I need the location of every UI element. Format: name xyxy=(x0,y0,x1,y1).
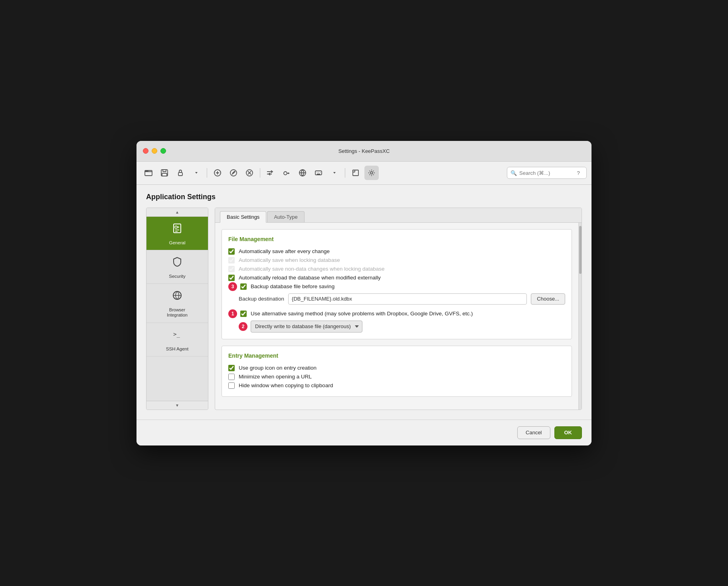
badge-1: 1 xyxy=(228,309,237,318)
screenshot-button[interactable] xyxy=(348,166,363,180)
page-title: Application Settings xyxy=(146,193,582,201)
option-auto-save-non-data: Automatically save non-data changes when… xyxy=(228,265,565,273)
option-backup: Backup database file before saving xyxy=(240,282,334,291)
svg-point-9 xyxy=(284,172,287,175)
ssh-icon: >_ xyxy=(171,329,183,343)
separator-3 xyxy=(345,168,345,178)
option-alt-save-row: 1 Use alternative saving method (may sol… xyxy=(228,309,565,318)
option-auto-reload: Automatically reload the database when m… xyxy=(228,273,565,282)
new-entry-button[interactable] xyxy=(210,166,225,180)
settings-content: File Management Automatically save after… xyxy=(215,223,578,410)
svg-rect-4 xyxy=(162,173,167,176)
sidebar-scroll-up[interactable]: ▲ xyxy=(146,208,208,217)
label-minimize-url: Minimize when opening a URL xyxy=(239,374,312,380)
label-auto-reload: Automatically reload the database when m… xyxy=(239,275,381,281)
lock-db-button[interactable] xyxy=(173,166,188,180)
separator-2 xyxy=(260,168,260,178)
sidebar-scroll-down[interactable]: ▼ xyxy=(146,401,208,410)
checkbox-minimize-url[interactable] xyxy=(228,374,235,380)
delete-entry-button[interactable] xyxy=(242,166,257,180)
window-title: Settings - KeePassXC xyxy=(338,148,390,154)
browser-icon xyxy=(171,289,183,304)
svg-rect-12 xyxy=(353,170,358,176)
save-method-dropdown[interactable]: Directly write to database file (dangero… xyxy=(251,321,362,333)
label-backup: Backup database file before saving xyxy=(251,283,334,289)
checkbox-group-icon[interactable] xyxy=(228,365,235,371)
svg-rect-13 xyxy=(353,170,355,172)
sidebar-item-general[interactable]: General xyxy=(146,217,208,250)
label-group-icon: Use group icon on entry creation xyxy=(239,365,317,371)
scrollbar-track xyxy=(578,223,582,410)
maximize-button[interactable] xyxy=(160,148,166,154)
svg-point-14 xyxy=(370,172,373,174)
file-management-title: File Management xyxy=(228,236,565,242)
sidebar-label-security: Security xyxy=(169,274,186,279)
transfer-entry-button[interactable] xyxy=(263,166,278,180)
help-button[interactable]: ? xyxy=(574,168,583,178)
minimize-button[interactable] xyxy=(152,148,157,154)
svg-rect-5 xyxy=(178,172,182,176)
entry-management-section: Entry Management Use group icon on entry… xyxy=(222,346,572,397)
security-icon xyxy=(171,256,183,271)
separator-1 xyxy=(207,168,207,178)
option-minimize-url: Minimize when opening a URL xyxy=(228,372,565,381)
checkbox-auto-reload[interactable] xyxy=(228,275,235,281)
keyboard-button[interactable] xyxy=(311,166,326,180)
cancel-button[interactable]: Cancel xyxy=(517,426,550,439)
checkbox-auto-save-non-data[interactable] xyxy=(228,266,235,272)
lock-db-dropdown[interactable] xyxy=(189,166,204,180)
option-hide-clipboard: Hide window when copying to clipboard xyxy=(228,381,565,390)
entry-management-title: Entry Management xyxy=(228,352,565,359)
copy-password-button[interactable] xyxy=(279,166,294,180)
traffic-lights xyxy=(143,148,166,154)
option-backup-row: 3 Backup database file before saving xyxy=(228,282,565,291)
tab-auto-type[interactable]: Auto-Type xyxy=(267,211,304,222)
main-content: Application Settings ▲ General xyxy=(136,185,592,420)
keyboard-dropdown[interactable] xyxy=(327,166,342,180)
save-method-row: 2 Directly write to database file (dange… xyxy=(239,321,565,333)
label-auto-save-lock: Automatically save when locking database xyxy=(239,257,340,263)
checkbox-auto-save-change[interactable] xyxy=(228,248,235,255)
label-auto-save-change: Automatically save after every change xyxy=(239,248,330,254)
svg-point-16 xyxy=(175,226,177,228)
general-icon xyxy=(171,222,183,237)
tabs: Basic Settings Auto-Type xyxy=(215,208,582,223)
sidebar-label-general: General xyxy=(169,240,186,245)
label-hide-clipboard: Hide window when copying to clipboard xyxy=(239,382,333,388)
titlebar: Settings - KeePassXC xyxy=(136,141,592,162)
checkbox-backup[interactable] xyxy=(240,283,247,290)
app-window: Settings - KeePassXC xyxy=(136,141,592,445)
sidebar-item-security[interactable]: Security xyxy=(146,250,208,284)
badge-3: 3 xyxy=(228,282,237,291)
search-box: 🔍 ? xyxy=(507,167,587,179)
option-auto-save-change: Automatically save after every change xyxy=(228,247,565,256)
sidebar: ▲ General xyxy=(146,208,208,410)
open-url-button[interactable] xyxy=(295,166,310,180)
backup-dest-input[interactable] xyxy=(288,293,527,305)
checkbox-hide-clipboard[interactable] xyxy=(228,382,235,389)
sidebar-label-browser: BrowserIntegration xyxy=(167,307,188,318)
backup-dest-label: Backup destination xyxy=(239,296,284,302)
footer: Cancel OK xyxy=(136,420,592,445)
option-group-icon: Use group icon on entry creation xyxy=(228,364,565,372)
search-input[interactable] xyxy=(519,170,571,176)
ok-button[interactable]: OK xyxy=(554,426,582,439)
settings-button[interactable] xyxy=(364,166,379,180)
checkbox-auto-save-lock[interactable] xyxy=(228,257,235,263)
option-auto-save-lock: Automatically save when locking database xyxy=(228,256,565,265)
toolbar: 🔍 ? xyxy=(136,162,592,185)
sidebar-item-ssh-agent[interactable]: >_ SSH Agent xyxy=(146,323,208,356)
save-db-button[interactable] xyxy=(157,166,172,180)
tab-basic-settings[interactable]: Basic Settings xyxy=(220,211,266,223)
sidebar-item-browser-integration[interactable]: BrowserIntegration xyxy=(146,284,208,323)
checkbox-alt-save[interactable] xyxy=(240,311,247,317)
edit-entry-button[interactable] xyxy=(226,166,241,180)
close-button[interactable] xyxy=(143,148,148,154)
scrollbar-thumb[interactable] xyxy=(579,226,582,274)
settings-body: ▲ General xyxy=(146,208,582,410)
open-db-button[interactable] xyxy=(141,166,156,180)
file-management-section: File Management Automatically save after… xyxy=(222,229,572,339)
choose-button[interactable]: Choose... xyxy=(531,293,565,305)
label-auto-save-non-data: Automatically save non-data changes when… xyxy=(239,266,384,272)
svg-rect-3 xyxy=(163,170,166,172)
